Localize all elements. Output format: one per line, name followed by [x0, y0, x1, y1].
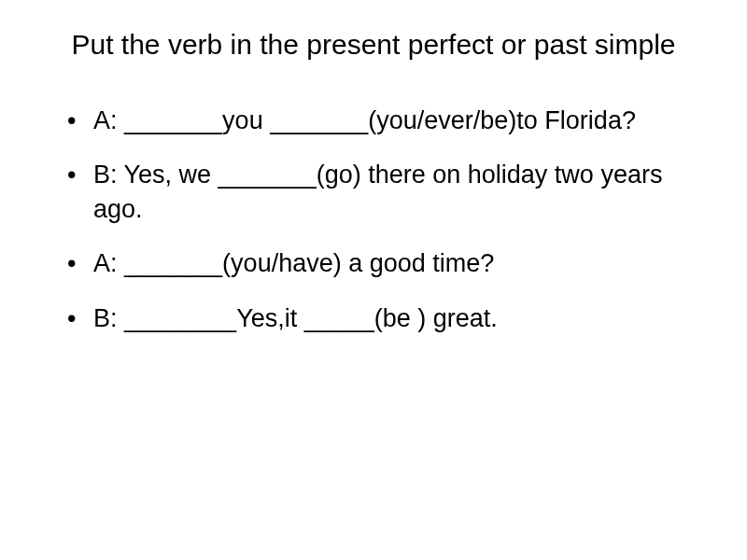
slide-title: Put the verb in the present perfect or p… [45, 26, 702, 63]
list-item: B: ________Yes,it _____(be ) great. [67, 301, 702, 335]
exercise-list: A: _______you _______(you/ever/be)to Flo… [45, 104, 702, 335]
list-item: A: _______you _______(you/ever/be)to Flo… [67, 104, 702, 137]
list-item: A: _______(you/have) a good time? [67, 246, 702, 280]
list-item: B: Yes, we _______(go) there on holiday … [67, 158, 702, 226]
